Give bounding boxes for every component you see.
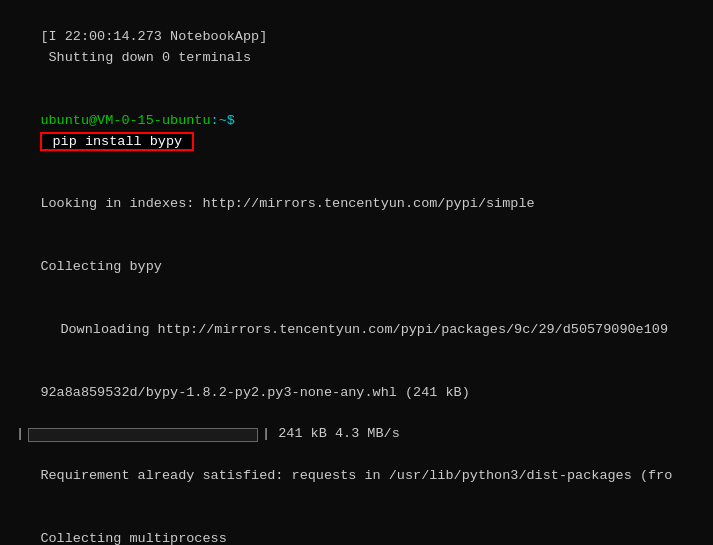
line-downloading-bypy-url: Downloading http://mirrors.tencentyun.co… (8, 299, 705, 362)
line-collecting-bypy: Collecting bypy (8, 236, 705, 299)
line-collecting-multiprocess: Collecting multiprocess (8, 508, 705, 545)
progress-bar-bypy (28, 428, 258, 442)
terminal-window[interactable]: [I 22:00:14.273 NotebookApp] Shutting do… (0, 0, 713, 545)
line-system-shutdown: [I 22:00:14.273 NotebookApp] Shutting do… (8, 6, 705, 90)
line-looking-indexes: Looking in indexes: http://mirrors.tence… (8, 173, 705, 236)
prompt-user: ubuntu@VM-0-15-ubuntu (40, 113, 210, 128)
line-prompt: ubuntu@VM-0-15-ubuntu:~$ pip install byp… (8, 90, 705, 174)
command-highlighted: pip install bypy (40, 132, 194, 151)
line-requirement-satisfied: Requirement already satisfied: requests … (8, 445, 705, 508)
notebook-log-text: Shutting down 0 terminals (40, 50, 251, 65)
line-progress-bypy: | | 241 kB 4.3 MB/s (8, 424, 705, 445)
line-bypy-whl: 92a8a859532d/bypy-1.8.2-py2.py3-none-any… (8, 362, 705, 425)
progress-speed-bypy: 241 kB 4.3 MB/s (278, 424, 400, 445)
notebook-log-bracket: [I 22:00:14.273 NotebookApp] (40, 29, 267, 44)
prompt-separator: :~$ (211, 113, 235, 128)
